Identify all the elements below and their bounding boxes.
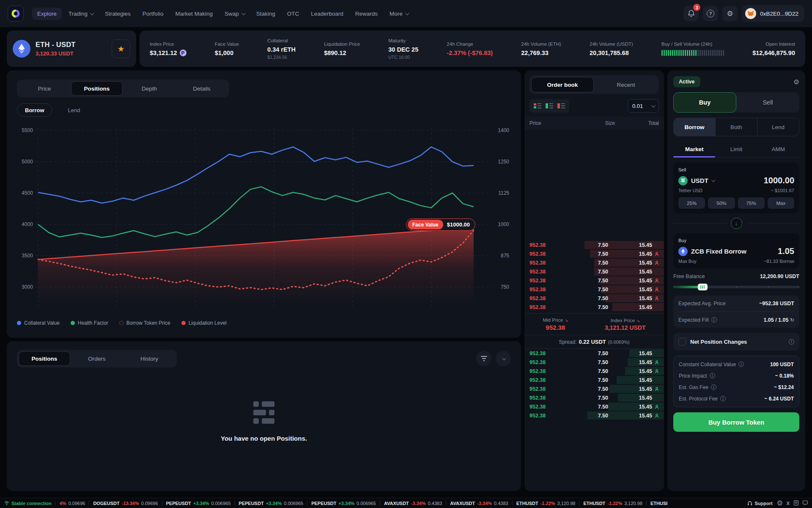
face-value-badge: Face Value $1000.00	[406, 218, 475, 231]
ticker-item[interactable]: ETHUSDT -1.22% 3,120.98	[516, 501, 576, 506]
orderbook-ask-row[interactable]: 952.38 7.50 15.45	[524, 249, 664, 258]
ticker-item[interactable]: 4% 0.09696	[60, 501, 85, 506]
mode-tab-lend[interactable]: Lend	[60, 103, 88, 117]
favorite-button[interactable]: ★	[112, 39, 130, 58]
orderbook-ask-row[interactable]: 952.38 7.50 15.45	[524, 303, 664, 312]
direction-tab-both[interactable]: Both	[716, 118, 757, 136]
positions-tab-history[interactable]: History	[123, 351, 175, 366]
swap-direction-button[interactable]: ↓	[731, 218, 742, 229]
orderbook-bid-row[interactable]: 952.38 7.50 15.45	[524, 402, 664, 411]
orderbook-ask-row[interactable]: 952.38 7.50 15.45	[524, 276, 664, 285]
percent-button-75-[interactable]: 75%	[738, 197, 765, 209]
side-tab-buy[interactable]: Buy	[673, 92, 736, 113]
type-tab-limit[interactable]: Limit	[715, 141, 757, 157]
mode-tab-borrow[interactable]: Borrow	[17, 103, 52, 117]
orderbook-bid-row[interactable]: 952.38 7.50 15.45	[524, 411, 664, 420]
ticker-item[interactable]: PEPEUSDT +3.34% 0.006965	[239, 501, 303, 506]
user-order-icon	[655, 279, 659, 283]
view-asks-button[interactable]	[557, 102, 566, 110]
sell-amount-input[interactable]: 1000.00	[764, 176, 794, 185]
net-position-checkbox[interactable]	[678, 338, 686, 345]
percent-button-50-[interactable]: 50%	[708, 197, 735, 209]
ticker-item[interactable]: ETHUSI	[650, 501, 667, 506]
sell-token-select[interactable]: USDT	[691, 177, 714, 184]
positions-tab-orders[interactable]: Orders	[71, 351, 123, 366]
grouping-select[interactable]: 0.01	[628, 99, 659, 113]
nav-item-staking[interactable]: Staking	[251, 8, 280, 20]
nav-item-explore[interactable]: Explore	[32, 8, 62, 20]
collapse-button[interactable]	[496, 351, 511, 366]
orderbook-bid-row[interactable]: 952.38 7.50 15.45	[524, 358, 664, 367]
info-icon[interactable]: i	[711, 317, 717, 323]
nav-item-otc[interactable]: OTC	[282, 8, 304, 20]
buy-borrow-token-button[interactable]: Buy Borrow Token	[673, 412, 799, 432]
orderbook-ask-row[interactable]: 952.38 7.50 15.45	[524, 285, 664, 294]
nav-item-rewards[interactable]: Rewards	[350, 8, 383, 20]
index-price-value[interactable]: 3,121.12 USDT	[605, 324, 646, 331]
ticker-item[interactable]: PEPEUSDT +3.34% 0.006965	[166, 501, 231, 506]
chart-tab-positions[interactable]: Positions	[71, 81, 123, 96]
settings-button[interactable]: ⚙	[722, 6, 738, 21]
ticker-item[interactable]: AVAXUSDT -3.34% 0.4383	[450, 501, 508, 506]
nav-item-trading[interactable]: Trading	[63, 8, 98, 20]
type-tab-amm[interactable]: AMM	[757, 141, 799, 157]
percent-button-max[interactable]: Max	[768, 197, 794, 209]
info-icon[interactable]: i	[711, 384, 716, 390]
info-icon[interactable]: i	[738, 362, 744, 367]
nav-item-leaderboard[interactable]: Leaderboard	[306, 8, 348, 20]
app-logo[interactable]	[8, 6, 24, 22]
chart-tab-depth[interactable]: Depth	[123, 81, 175, 96]
mid-price-value[interactable]: 952.38	[543, 324, 568, 331]
nav-item-swap[interactable]: Swap	[219, 8, 250, 20]
chart-tab-details[interactable]: Details	[176, 81, 228, 96]
svg-text:875: 875	[501, 253, 509, 259]
orderbook-bid-row[interactable]: 952.38 7.50 15.45	[524, 384, 664, 393]
side-tab-sell[interactable]: Sell	[736, 92, 799, 113]
view-bids-button[interactable]	[545, 102, 554, 110]
orderbook-ask-row[interactable]: 952.38 7.50 15.45	[524, 294, 664, 303]
docs-icon[interactable]	[794, 500, 798, 506]
chart-tab-price[interactable]: Price	[19, 81, 70, 96]
info-icon[interactable]: i	[720, 396, 726, 401]
direction-tab-lend[interactable]: Lend	[757, 118, 799, 136]
refresh-icon[interactable]: ↻	[790, 317, 794, 323]
info-icon[interactable]: i	[710, 373, 715, 378]
globe-icon[interactable]	[777, 500, 782, 506]
slider-handle[interactable]	[698, 284, 708, 290]
view-both-button[interactable]	[533, 102, 542, 110]
trade-settings-button[interactable]: ⚙	[793, 78, 799, 86]
nav-item-strategies[interactable]: Strategies	[100, 8, 136, 20]
nav-item-portfolio[interactable]: Portfolio	[137, 8, 169, 20]
orderbook-tab-recent[interactable]: Recent	[595, 77, 657, 92]
positions-tab-positions[interactable]: Positions	[19, 351, 70, 366]
orderbook-bid-row[interactable]: 952.38 7.50 15.45	[524, 393, 664, 402]
ticker-separator	[512, 501, 513, 505]
orderbook-bid-row[interactable]: 952.38 7.50 15.45	[524, 349, 664, 358]
direction-tab-borrow[interactable]: Borrow	[674, 118, 716, 136]
ticker-item[interactable]: ETHUSDT -1.22% 3,120.98	[583, 501, 642, 506]
chat-icon[interactable]	[803, 500, 808, 506]
svg-text:5500: 5500	[22, 127, 33, 133]
percent-button-25-[interactable]: 25%	[678, 197, 705, 209]
ticker-item[interactable]: PEPEUSDT +3.34% 0.006965	[311, 501, 376, 506]
filter-button[interactable]	[476, 351, 491, 366]
orderbook-ask-row[interactable]: 952.38 7.50 15.45	[524, 267, 664, 276]
orderbook-ask-row[interactable]: 952.38 7.50 15.45	[524, 258, 664, 267]
ticker-item[interactable]: AVAXUSDT -3.34% 0.4383	[384, 501, 442, 506]
type-tab-market[interactable]: Market	[673, 141, 715, 157]
support-button[interactable]: Support	[747, 501, 772, 506]
wallet-button[interactable]: 0xB2E0...9D22	[742, 5, 804, 22]
orderbook-bid-row[interactable]: 952.38 7.50 15.45	[524, 375, 664, 384]
info-icon[interactable]: i	[789, 339, 794, 345]
amount-slider[interactable]	[673, 284, 799, 290]
buy-amount-value[interactable]: 1.05	[778, 246, 794, 256]
orderbook-bid-row[interactable]: 952.38 7.50 15.45	[524, 367, 664, 375]
ticker-item[interactable]: DOGEUSDT -13.34% 0.09696	[93, 501, 158, 506]
orderbook-tab-order-book[interactable]: Order book	[531, 77, 594, 92]
nav-item-market-making[interactable]: Market Making	[170, 8, 218, 20]
x-icon[interactable]: X	[787, 501, 790, 506]
notifications-button[interactable]: 3	[683, 6, 699, 21]
help-button[interactable]: ?	[703, 6, 718, 21]
orderbook-ask-row[interactable]: 952.38 7.50 15.45	[524, 240, 664, 249]
nav-item-more[interactable]: More	[384, 8, 413, 20]
